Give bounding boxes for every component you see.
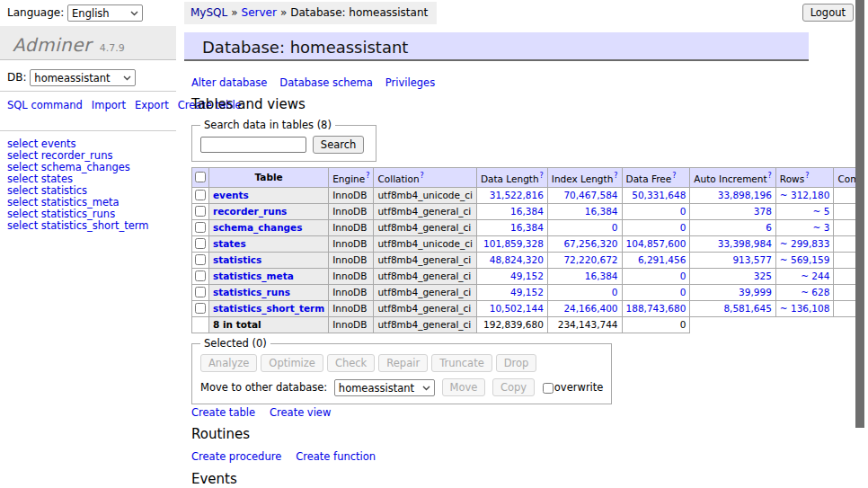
auto-increment-link[interactable]: 378 <box>754 206 772 217</box>
table-name-link[interactable]: events <box>213 190 249 200</box>
rows-link[interactable]: ~ 136,108 <box>780 303 830 314</box>
language-select[interactable]: English <box>67 4 143 22</box>
data-free-link[interactable]: 0 <box>680 271 686 281</box>
data-free-link[interactable]: 0 <box>680 287 686 297</box>
footer-create-view[interactable]: Create view <box>270 406 331 419</box>
check-button[interactable]: Check <box>327 354 375 372</box>
logout-button[interactable]: Logout <box>802 4 854 22</box>
move-button[interactable]: Move <box>442 378 486 396</box>
optimize-button[interactable]: Optimize <box>261 354 323 372</box>
overwrite-checkbox[interactable] <box>543 383 554 394</box>
data-length-link[interactable]: 16,384 <box>510 222 544 233</box>
row-checkbox[interactable] <box>195 190 206 200</box>
routine-create-procedure[interactable]: Create procedure <box>191 450 281 463</box>
select-all-checkbox[interactable] <box>195 172 206 182</box>
nav-database-schema[interactable]: Database schema <box>279 76 372 89</box>
truncate-button[interactable]: Truncate <box>431 354 492 372</box>
data-length-link[interactable]: 101,859,328 <box>483 238 544 249</box>
collation-cell: utf8mb4_unicode_ci <box>374 187 476 203</box>
table-name-link[interactable]: statistics <box>213 254 261 265</box>
auto-increment-cell: 6 <box>690 219 776 235</box>
sidebar-action-import[interactable]: Import <box>92 99 126 111</box>
auto-increment-link[interactable]: 33,898,196 <box>718 190 772 200</box>
rows-link[interactable]: ~ 244 <box>801 271 829 281</box>
table-name-link[interactable]: recorder_runs <box>213 206 287 217</box>
index-length-link[interactable]: 70,467,584 <box>563 190 617 200</box>
sidebar-select-statistics-short-term[interactable]: select statistics_short_term <box>7 220 148 232</box>
table-name-link[interactable]: statistics_runs <box>213 287 290 297</box>
search-button[interactable]: Search <box>313 136 365 154</box>
data-free-cell: 0 <box>622 219 690 235</box>
search-input[interactable] <box>200 137 306 153</box>
row-checkbox[interactable] <box>195 287 206 297</box>
row-checkbox[interactable] <box>195 271 206 281</box>
rows-link[interactable]: ~ 569,159 <box>780 254 830 265</box>
data-length-link[interactable]: 31,522,816 <box>490 190 544 200</box>
analyze-button[interactable]: Analyze <box>200 354 257 372</box>
auto-increment-link[interactable]: 39,999 <box>739 287 772 297</box>
table-name-link[interactable]: statistics_meta <box>213 271 294 281</box>
copy-button[interactable]: Copy <box>492 378 535 396</box>
help-link[interactable]: ? <box>672 172 676 180</box>
breadcrumb-link-mysql[interactable]: MySQL <box>190 6 227 19</box>
nav-alter-database[interactable]: Alter database <box>191 76 267 89</box>
row-checkbox[interactable] <box>195 206 206 217</box>
data-free-link[interactable]: 50,331,648 <box>632 190 686 200</box>
help-link[interactable]: ? <box>614 172 617 180</box>
help-link[interactable]: ? <box>805 172 809 180</box>
tables-and-views-heading: Tables and views <box>191 96 306 112</box>
help-link[interactable]: ? <box>366 172 369 180</box>
page-title: Database: homeassistant <box>184 32 809 61</box>
auto-increment-link[interactable]: 8,581,645 <box>723 303 771 314</box>
rows-link[interactable]: ~ 3 <box>813 222 830 233</box>
row-checkbox[interactable] <box>195 303 206 314</box>
routine-create-function[interactable]: Create function <box>296 450 376 463</box>
table-name-link[interactable]: states <box>213 238 246 249</box>
table-name-link[interactable]: statistics_short_term <box>213 303 324 314</box>
data-free-link[interactable]: 188,743,680 <box>626 303 686 314</box>
move-row: Move to other database: homeassistant Mo… <box>200 378 603 396</box>
auto-increment-link[interactable]: 6 <box>766 222 772 233</box>
drop-button[interactable]: Drop <box>496 354 537 372</box>
row-checkbox[interactable] <box>195 254 206 265</box>
data-free-cell: 104,857,600 <box>622 235 690 252</box>
footer-create-table[interactable]: Create table <box>191 406 255 419</box>
index-length-link[interactable]: 0 <box>612 287 618 297</box>
data-length-link[interactable]: 49,152 <box>510 287 544 297</box>
data-free-link[interactable]: 0 <box>680 206 686 217</box>
data-length-link[interactable]: 16,384 <box>510 206 544 217</box>
index-length-link[interactable]: 67,256,320 <box>563 238 617 249</box>
help-link[interactable]: ? <box>421 172 424 180</box>
rows-link[interactable]: ~ 312,180 <box>780 190 830 200</box>
auto-increment-link[interactable]: 33,398,984 <box>718 238 772 249</box>
index-length-link[interactable]: 0 <box>612 222 618 233</box>
index-length-link[interactable]: 72,220,672 <box>563 254 617 265</box>
nav-privileges[interactable]: Privileges <box>385 76 435 89</box>
data-free-link[interactable]: 6,291,456 <box>638 254 686 265</box>
help-link[interactable]: ? <box>768 172 772 180</box>
sidebar-action-export[interactable]: Export <box>135 99 169 111</box>
table-name-link[interactable]: schema_changes <box>213 222 303 233</box>
data-free-link[interactable]: 104,857,600 <box>626 238 686 249</box>
db-select[interactable]: homeassistant <box>30 69 136 86</box>
rows-link[interactable]: ~ 5 <box>813 206 830 217</box>
rows-link[interactable]: ~ 628 <box>801 287 829 297</box>
data-length-link[interactable]: 49,152 <box>510 271 544 281</box>
index-length-link[interactable]: 16,384 <box>585 271 618 281</box>
auto-increment-link[interactable]: 325 <box>754 271 772 281</box>
rows-link[interactable]: ~ 299,833 <box>780 238 830 249</box>
index-length-link[interactable]: 16,384 <box>585 206 618 217</box>
auto-increment-link[interactable]: 913,577 <box>732 254 771 265</box>
sidebar-action-sql-command[interactable]: SQL command <box>7 99 83 111</box>
row-checkbox[interactable] <box>195 238 206 249</box>
index-length-link[interactable]: 24,166,400 <box>563 303 617 314</box>
move-database-select[interactable]: homeassistant <box>334 379 435 396</box>
help-link[interactable]: ? <box>540 172 544 180</box>
repair-button[interactable]: Repair <box>378 354 428 372</box>
data-length-link[interactable]: 48,824,320 <box>490 254 544 265</box>
breadcrumb-link-server[interactable]: Server <box>242 6 277 19</box>
data-length-link[interactable]: 10,502,144 <box>490 303 544 314</box>
data-free-link[interactable]: 0 <box>680 222 686 233</box>
scrollbar-thumb[interactable] <box>855 0 864 428</box>
row-checkbox[interactable] <box>195 222 206 233</box>
